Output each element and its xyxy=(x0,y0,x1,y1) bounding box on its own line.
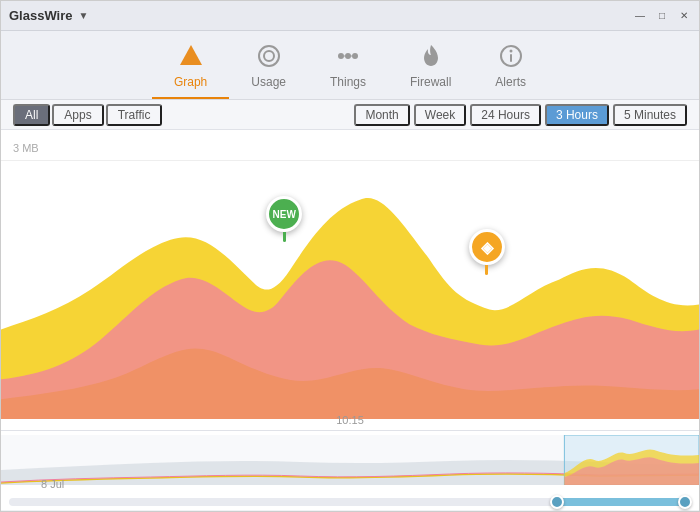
tab-usage-label: Usage xyxy=(251,75,286,89)
titlebar-controls: — □ ✕ xyxy=(633,9,691,23)
tab-alerts-label: Alerts xyxy=(495,75,526,89)
tab-graph[interactable]: Graph xyxy=(152,39,229,99)
svg-point-3 xyxy=(338,53,344,59)
time-3hours-button[interactable]: 3 Hours xyxy=(545,104,609,126)
nav-tabs: Graph Usage Things Firewal xyxy=(1,31,699,100)
dropdown-arrow[interactable]: ▼ xyxy=(78,10,88,21)
filter-bar: All Apps Traffic Month Week 24 Hours 3 H… xyxy=(1,100,699,130)
pin-alert-circle: ◈ xyxy=(469,229,505,265)
svg-point-1 xyxy=(259,46,279,66)
filter-left: All Apps Traffic xyxy=(13,104,354,126)
main-chart: 3 MB NEW ◈ 10:15 xyxy=(1,130,699,430)
scrollbar-track[interactable] xyxy=(9,498,691,506)
time-5minutes-button[interactable]: 5 Minutes xyxy=(613,104,687,126)
time-month-button[interactable]: Month xyxy=(354,104,409,126)
graph-icon xyxy=(178,43,204,73)
tab-alerts[interactable]: Alerts xyxy=(473,39,548,99)
svg-point-4 xyxy=(345,53,351,59)
close-button[interactable]: ✕ xyxy=(677,9,691,23)
titlebar-left: GlassWire ▼ xyxy=(9,8,88,23)
mini-timeline: 8 Jul xyxy=(1,430,699,510)
usage-icon xyxy=(256,43,282,73)
time-24hours-button[interactable]: 24 Hours xyxy=(470,104,541,126)
pin-alert-tail xyxy=(485,265,488,275)
mini-chart-svg xyxy=(1,435,699,485)
timeline-date-label: 8 Jul xyxy=(41,478,64,490)
tab-firewall[interactable]: Firewall xyxy=(388,39,473,99)
pin-new-tail xyxy=(283,232,286,242)
x-axis-label: 10:15 xyxy=(336,414,364,426)
svg-point-2 xyxy=(264,51,274,61)
tab-things-label: Things xyxy=(330,75,366,89)
filter-traffic-button[interactable]: Traffic xyxy=(106,104,163,126)
tab-firewall-label: Firewall xyxy=(410,75,451,89)
things-icon xyxy=(335,43,361,73)
time-week-button[interactable]: Week xyxy=(414,104,466,126)
svg-point-5 xyxy=(352,53,358,59)
filter-apps-button[interactable]: Apps xyxy=(52,104,103,126)
scrollbar-handle-left[interactable] xyxy=(550,495,564,509)
pin-new[interactable]: NEW xyxy=(266,196,302,242)
scrollbar-thumb[interactable] xyxy=(551,498,691,506)
svg-marker-0 xyxy=(180,45,202,65)
filter-right: Month Week 24 Hours 3 Hours 5 Minutes xyxy=(354,104,687,126)
tab-things[interactable]: Things xyxy=(308,39,388,99)
chart-svg xyxy=(1,150,699,419)
filter-all-button[interactable]: All xyxy=(13,104,50,126)
pin-alert[interactable]: ◈ xyxy=(469,229,505,275)
maximize-button[interactable]: □ xyxy=(655,9,669,23)
firewall-icon xyxy=(418,43,444,73)
app-name: GlassWire xyxy=(9,8,72,23)
minimize-button[interactable]: — xyxy=(633,9,647,23)
pin-new-circle: NEW xyxy=(266,196,302,232)
svg-point-9 xyxy=(509,50,512,53)
alerts-icon xyxy=(498,43,524,73)
tab-graph-label: Graph xyxy=(174,75,207,89)
tab-usage[interactable]: Usage xyxy=(229,39,308,99)
titlebar: GlassWire ▼ — □ ✕ xyxy=(1,1,699,31)
scrollbar-handle-right[interactable] xyxy=(678,495,692,509)
svg-rect-10 xyxy=(510,54,512,62)
